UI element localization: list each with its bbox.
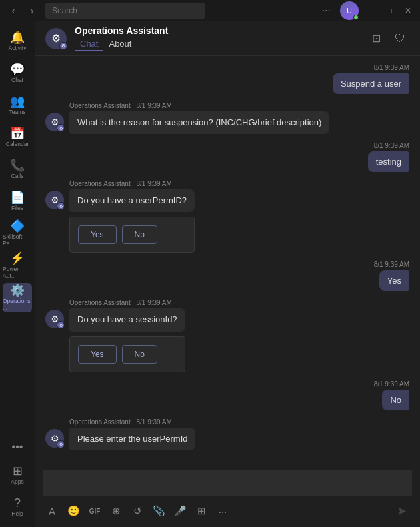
bot-msg-content-1: Operations Assistant 8/1 9:39 AM What is…	[69, 102, 329, 134]
user-msg-wrapper-1: 8/1 9:39 AM Suspend a user	[333, 64, 409, 94]
send-button[interactable]: ➤	[391, 500, 412, 522]
card-yes-button-2[interactable]: Yes	[78, 345, 117, 364]
tab-about[interactable]: About	[103, 37, 137, 51]
toolbar-more-button[interactable]: ···	[213, 502, 232, 520]
message-input-box[interactable]	[43, 470, 412, 496]
bot-avatar: ⚙ ⚙	[45, 28, 67, 49]
message-bot4: ⚙ ⚙ Operations Assistant 8/1 9:39 AM Ple…	[45, 418, 409, 450]
bot-msg-avatar-1: ⚙ ⚙	[45, 113, 64, 131]
title-bar: ‹ › ··· U — □ ✕	[0, 0, 420, 21]
status-badge	[353, 15, 359, 20]
sidebar-item-chat[interactable]: 💬 Chat	[3, 59, 32, 88]
calendar-icon: 📅	[10, 127, 25, 139]
bot-sender-2: Operations Assistant	[69, 180, 131, 187]
bot-time-2: 8/1 9:39 AM	[137, 180, 172, 187]
sidebar-item-operations[interactable]: ⚙️ Operations ...	[3, 283, 32, 312]
chat-title-section: Operations Assistant Chat About	[75, 25, 359, 51]
card-sessionid: Yes No	[69, 336, 185, 372]
bot-msg-content-2: Operations Assistant 8/1 9:39 AM Do you …	[69, 180, 195, 253]
card-no-button-1[interactable]: No	[122, 225, 157, 244]
bot-badge: ⚙	[59, 42, 67, 50]
activity-icon: 🔔	[10, 31, 25, 43]
sidebar-item-chat-label: Chat	[11, 77, 23, 83]
bot-bubble-2: Do you have a userPermID?	[69, 189, 195, 212]
sidebar-item-power[interactable]: ⚡ Power Aut...	[3, 251, 32, 280]
skillsoft-icon: 🔷	[10, 220, 25, 232]
title-bar-right: ··· U — □ ✕	[318, 1, 415, 20]
minimize-button[interactable]: —	[364, 4, 377, 17]
more-options-button[interactable]: ···	[318, 3, 335, 18]
sidebar-item-calendar-label: Calendar	[6, 141, 29, 147]
bot-msg-avatar-2: ⚙ ⚙	[45, 191, 64, 209]
calls-icon: 📞	[10, 159, 25, 171]
back-button[interactable]: ‹	[5, 3, 21, 19]
sidebar-apps-label: Apps	[11, 478, 23, 485]
sidebar-item-apps[interactable]: ⊞ Apps	[3, 460, 32, 490]
shield-button[interactable]: 🛡	[391, 29, 409, 48]
bot-msg-meta-4: Operations Assistant 8/1 9:39 AM	[69, 418, 195, 426]
message-user2: 8/1 9:39 AM testing	[45, 142, 409, 172]
nav-buttons: ‹ ›	[5, 3, 40, 19]
emoji-button[interactable]: 🙂	[64, 502, 83, 520]
bot-badge-1: ⚙	[57, 124, 65, 132]
close-button[interactable]: ✕	[401, 4, 415, 17]
bot-sender-3: Operations Assistant	[69, 299, 131, 306]
sidebar-item-teams[interactable]: 👥 Teams	[3, 91, 32, 120]
title-bar-left: ‹ ›	[5, 3, 205, 19]
user-bubble-4: No	[382, 390, 409, 410]
bot-msg-avatar-4: ⚙ ⚙	[45, 429, 64, 448]
card-yes-button-1[interactable]: Yes	[78, 225, 117, 244]
sidebar-item-skillsoft[interactable]: 🔷 Skillsoft Pe...	[3, 219, 32, 248]
attach-button[interactable]: 📎	[149, 502, 168, 520]
bot-msg-meta-1: Operations Assistant 8/1 9:39 AM	[69, 102, 329, 109]
expand-button[interactable]: ⊡	[367, 29, 385, 48]
bot-time-1: 8/1 9:39 AM	[137, 102, 172, 109]
content-area: ⚙ ⚙ Operations Assistant Chat About ⊡ 🛡 …	[35, 21, 420, 527]
bot-avatar-icon: ⚙	[51, 32, 61, 45]
sidebar-more-button[interactable]: •••	[3, 436, 32, 458]
gif-button[interactable]: GIF	[85, 502, 104, 520]
operations-icon: ⚙️	[10, 284, 25, 296]
sidebar-item-calls-label: Calls	[11, 173, 24, 179]
bot-bubble-1: What is the reason for suspension? (INC/…	[69, 111, 329, 134]
sidebar-item-files[interactable]: 📄 Files	[3, 187, 32, 216]
files-icon: 📄	[10, 191, 25, 203]
app-body: 🔔 Activity 💬 Chat 👥 Teams 📅 Calendar 📞 C…	[0, 21, 420, 527]
sidebar-help-label: Help	[11, 510, 23, 517]
power-icon: ⚡	[10, 252, 25, 264]
card-no-button-2[interactable]: No	[122, 345, 157, 364]
sidebar-item-calendar[interactable]: 📅 Calendar	[3, 123, 32, 152]
sidebar-item-activity[interactable]: 🔔 Activity	[3, 27, 32, 56]
chat-header: ⚙ ⚙ Operations Assistant Chat About ⊡ 🛡	[35, 21, 420, 56]
sticker-button[interactable]: ⊕	[107, 502, 125, 520]
bot-time-4: 8/1 9:39 AM	[137, 418, 172, 426]
message-bot1: ⚙ ⚙ Operations Assistant 8/1 9:39 AM Wha…	[45, 102, 409, 134]
tab-chat[interactable]: Chat	[75, 37, 103, 51]
sidebar-item-files-label: Files	[11, 205, 23, 211]
bot-sender-4: Operations Assistant	[69, 418, 131, 426]
bot-bubble-4: Please enter the userPermId	[69, 428, 195, 450]
sidebar-item-calls[interactable]: 📞 Calls	[3, 155, 32, 184]
messages-area: 8/1 9:39 AM Suspend a user ⚙ ⚙ Operation…	[35, 56, 420, 464]
mic-button[interactable]: 🎤	[171, 502, 189, 520]
user-msg-wrapper-4: 8/1 9:39 AM No	[374, 380, 409, 410]
user-meta-4: 8/1 9:39 AM	[374, 380, 409, 388]
chat-icon: 💬	[10, 63, 25, 75]
user-bubble-1: Suspend a user	[333, 73, 409, 94]
message-user4: 8/1 9:39 AM No	[45, 380, 409, 410]
loop-button[interactable]: ↺	[128, 502, 147, 520]
user-msg-wrapper-3: 8/1 9:39 AM Yes	[374, 261, 409, 291]
forward-button[interactable]: ›	[24, 3, 40, 19]
search-input[interactable]	[45, 3, 205, 19]
sidebar-item-power-label: Power Aut...	[3, 266, 32, 279]
user-meta-1: 8/1 9:39 AM	[374, 64, 409, 71]
sidebar: 🔔 Activity 💬 Chat 👥 Teams 📅 Calendar 📞 C…	[0, 21, 35, 527]
help-icon: ?	[14, 497, 21, 509]
bot-badge-2: ⚙	[57, 202, 65, 210]
bot-badge-3: ⚙	[57, 321, 65, 329]
power-app-button[interactable]: ⊞	[192, 502, 211, 520]
format-button[interactable]: A	[43, 502, 61, 520]
bot-badge-4: ⚙	[57, 440, 65, 448]
sidebar-item-help[interactable]: ? Help	[3, 492, 32, 522]
maximize-button[interactable]: □	[383, 4, 396, 17]
